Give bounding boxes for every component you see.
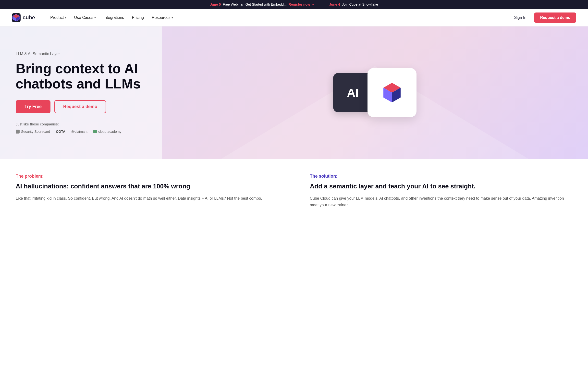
announcement-date-2: June 4 (329, 2, 340, 6)
sign-in-button[interactable]: Sign In (510, 14, 530, 22)
company-logo-security-scorecard: Security Scorecard (16, 130, 50, 134)
company-name-security-scorecard: Security Scorecard (21, 130, 50, 134)
companies-label: Just like these companies: (16, 122, 146, 126)
logo-text: cube (22, 14, 35, 21)
announcement-item-1: June 5 Free Webinar: Get Started with Em… (210, 2, 314, 6)
solution-heading: Add a semantic layer and teach your AI t… (310, 182, 572, 190)
ai-card: AI (333, 73, 372, 112)
header: cube Product ▾ Use Cases ▾ Integrations … (0, 9, 588, 26)
hero-cards: AI (333, 68, 416, 117)
cube-logo-hero-icon (380, 80, 404, 105)
nav-label-integrations: Integrations (104, 16, 124, 20)
problem-heading: AI hallucinations: confident answers tha… (16, 182, 278, 190)
logo[interactable]: cube (12, 13, 35, 22)
nav-item-product[interactable]: Product ▾ (47, 14, 70, 22)
nav-label-pricing: Pricing (132, 16, 144, 20)
announcement-link-1[interactable]: Register now → (288, 2, 314, 6)
cloud-academy-icon (93, 130, 97, 133)
solution-section: The solution: Add a semantic layer and t… (294, 159, 588, 223)
hero-buttons: Try Free Request a demo (16, 100, 146, 113)
problem-section: The problem: AI hallucinations: confiden… (0, 159, 294, 223)
company-logo-claimant: @claimant (71, 130, 88, 134)
ai-card-text: AI (347, 86, 359, 100)
hero-title: Bring context to AI chatbots and LLMs (16, 61, 146, 91)
nav-item-use-cases[interactable]: Use Cases ▾ (71, 14, 99, 22)
nav-label-use-cases: Use Cases (74, 16, 93, 20)
chevron-down-icon-product: ▾ (65, 16, 66, 19)
company-name-cloud-academy: cloud academy (98, 130, 121, 134)
header-actions: Sign In Request a demo (510, 12, 576, 23)
hero-section: LLM & AI Semantic Layer Bring context to… (0, 26, 588, 159)
nav-label-product: Product (50, 16, 64, 20)
cube-card (368, 68, 416, 117)
company-logo-cloud-academy: cloud academy (93, 130, 121, 134)
problem-label: The problem: (16, 174, 278, 179)
solution-body: Cube Cloud can give your LLM models, AI … (310, 195, 572, 208)
announcement-item-2: June 4 Join Cube at Snowflake (329, 2, 378, 6)
announcement-text-2: Join Cube at Snowflake (342, 2, 378, 6)
logo-icon (12, 13, 20, 22)
announcement-date-1: June 5 (210, 2, 221, 6)
nav-item-integrations[interactable]: Integrations (100, 14, 128, 22)
company-logo-cota: COTA (56, 130, 66, 134)
announcement-bar: June 5 Free Webinar: Get Started with Em… (0, 0, 588, 9)
try-free-button[interactable]: Try Free (16, 100, 50, 113)
company-name-claimant: @claimant (71, 130, 88, 134)
chevron-down-icon-resources: ▾ (172, 16, 173, 19)
hero-eyebrow: LLM & AI Semantic Layer (16, 52, 146, 56)
company-logos: Security Scorecard COTA @claimant cloud … (16, 130, 146, 134)
problem-body: Like that irritating kid in class. So co… (16, 195, 278, 202)
nav-item-resources[interactable]: Resources ▾ (148, 14, 176, 22)
nav-item-pricing[interactable]: Pricing (128, 14, 147, 22)
request-demo-header-button[interactable]: Request a demo (534, 12, 576, 23)
main-nav: Product ▾ Use Cases ▾ Integrations Prici… (47, 14, 510, 22)
nav-label-resources: Resources (152, 16, 170, 20)
chevron-down-icon-use-cases: ▾ (94, 16, 96, 19)
solution-label: The solution: (310, 174, 572, 179)
hero-left: LLM & AI Semantic Layer Bring context to… (0, 26, 162, 159)
problem-solution-section: The problem: AI hallucinations: confiden… (0, 159, 588, 223)
security-scorecard-icon (16, 130, 20, 134)
request-demo-hero-button[interactable]: Request a demo (54, 100, 106, 113)
announcement-text-1: Free Webinar: Get Started with Embedd... (223, 2, 286, 6)
hero-right: AI (162, 26, 588, 159)
company-name-cota: COTA (56, 130, 66, 134)
